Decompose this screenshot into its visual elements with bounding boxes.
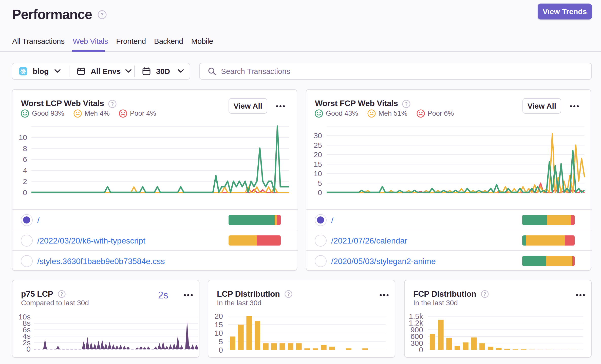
svg-text:0: 0 [26, 345, 31, 353]
svg-text:?: ? [111, 101, 114, 107]
svg-text:0: 0 [23, 188, 27, 197]
svg-text:10: 10 [314, 169, 322, 178]
svg-text:0: 0 [318, 188, 322, 197]
svg-text:5: 5 [219, 337, 223, 346]
svg-text:?: ? [101, 12, 104, 17]
svg-text:25: 25 [314, 141, 322, 149]
svg-text:5: 5 [318, 179, 322, 187]
svg-text:20: 20 [314, 150, 322, 159]
svg-text:15: 15 [215, 320, 223, 329]
svg-text:8: 8 [23, 144, 27, 153]
svg-text:0: 0 [219, 346, 223, 354]
svg-text:20: 20 [215, 312, 223, 320]
svg-text:0: 0 [419, 346, 423, 354]
svg-text:30: 30 [314, 131, 322, 140]
svg-text:6: 6 [23, 155, 27, 164]
svg-text:10: 10 [215, 329, 223, 337]
svg-text:2: 2 [23, 177, 27, 186]
svg-text:10: 10 [19, 133, 27, 141]
svg-text:?: ? [405, 101, 408, 107]
svg-text:4: 4 [23, 166, 27, 175]
svg-text:15: 15 [314, 160, 322, 168]
